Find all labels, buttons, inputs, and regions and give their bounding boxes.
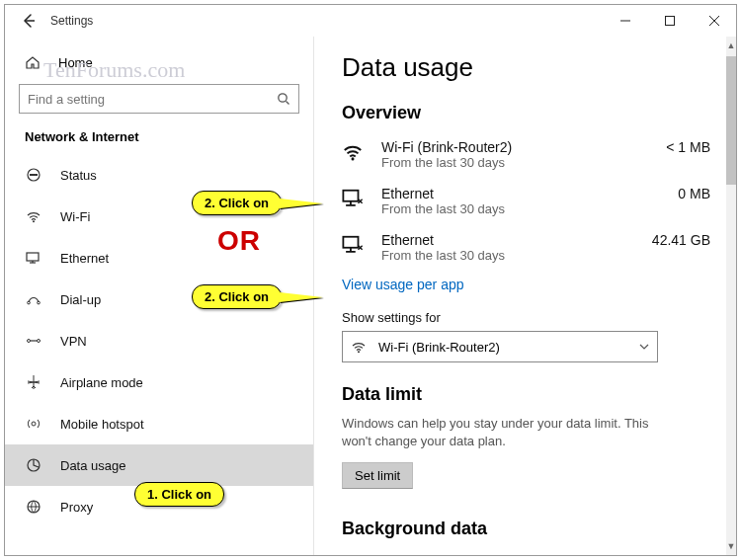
scroll-up-icon[interactable]: ▲ bbox=[726, 39, 736, 52]
overview-sub: From the last 30 days bbox=[381, 201, 678, 216]
annotation-tail-icon bbox=[280, 199, 323, 208]
ethernet-icon bbox=[342, 186, 371, 209]
status-icon bbox=[25, 167, 42, 183]
annotation-callout-2a: 2. Click on bbox=[192, 191, 323, 215]
annotation-tail-icon bbox=[280, 292, 323, 302]
overview-name: Ethernet bbox=[381, 186, 678, 201]
search-icon bbox=[277, 92, 290, 106]
annotation-bubble: 2. Click on bbox=[192, 191, 282, 215]
sidebar-item-ethernet[interactable]: Ethernet bbox=[5, 237, 313, 279]
proxy-icon bbox=[25, 499, 42, 515]
svg-point-8 bbox=[28, 340, 31, 343]
svg-rect-5 bbox=[27, 253, 39, 261]
airplane-icon bbox=[25, 374, 42, 390]
svg-point-1 bbox=[279, 94, 287, 102]
svg-point-10 bbox=[32, 422, 36, 426]
hotspot-icon bbox=[25, 416, 42, 432]
dialup-icon bbox=[25, 291, 42, 307]
back-arrow-icon bbox=[22, 14, 36, 28]
content-scrollbar[interactable]: ▲ ▼ bbox=[726, 37, 736, 555]
overview-value: 0 MB bbox=[678, 186, 710, 201]
overview-sub: From the last 30 days bbox=[381, 155, 666, 170]
show-settings-value: Wi-Fi (Brink-Router2) bbox=[378, 340, 639, 355]
annotation-callout-1: 1. Click on bbox=[134, 482, 224, 507]
window-controls bbox=[603, 7, 736, 35]
search-box[interactable] bbox=[19, 84, 299, 114]
sidebar-item-hotspot[interactable]: Mobile hotspot bbox=[5, 403, 313, 444]
annotation-bubble: 1. Click on bbox=[134, 482, 224, 507]
overview-name: Wi-Fi (Brink-Router2) bbox=[381, 139, 666, 155]
sidebar-item-label: Proxy bbox=[60, 500, 93, 515]
titlebar: Settings bbox=[5, 5, 736, 37]
svg-point-16 bbox=[358, 351, 360, 353]
window-body: Home Network & Internet Status Wi-Fi Et bbox=[5, 37, 736, 555]
overview-value: 42.41 GB bbox=[652, 232, 710, 248]
set-limit-button[interactable]: Set limit bbox=[342, 462, 413, 489]
scroll-thumb[interactable] bbox=[726, 56, 736, 185]
wifi-icon bbox=[351, 339, 370, 355]
datausage-icon bbox=[25, 457, 42, 473]
svg-rect-0 bbox=[665, 17, 674, 26]
home-icon bbox=[25, 54, 42, 70]
svg-point-7 bbox=[38, 301, 41, 304]
close-button[interactable] bbox=[692, 7, 736, 35]
sidebar-item-label: Dial-up bbox=[60, 292, 101, 307]
sidebar-item-label: Airplane mode bbox=[60, 375, 143, 390]
sidebar-item-datausage[interactable]: Data usage bbox=[5, 444, 313, 486]
annotation-bubble: 2. Click on bbox=[192, 284, 282, 309]
sidebar-item-vpn[interactable]: VPN bbox=[5, 320, 313, 361]
sidebar-item-status[interactable]: Status bbox=[5, 154, 313, 196]
back-button[interactable] bbox=[17, 9, 41, 33]
sidebar-item-label: Ethernet bbox=[60, 251, 109, 266]
sidebar-home-label: Home bbox=[58, 55, 93, 70]
svg-point-4 bbox=[33, 220, 35, 222]
ethernet-icon bbox=[342, 232, 371, 256]
vpn-icon bbox=[25, 333, 42, 349]
overview-value: < 1 MB bbox=[666, 139, 710, 155]
wifi-icon bbox=[342, 139, 371, 163]
settings-window: Settings Home Network & Internet bbox=[4, 4, 737, 556]
ethernet-icon bbox=[25, 250, 42, 266]
sidebar-item-label: Wi-Fi bbox=[60, 209, 90, 224]
annotation-or: OR bbox=[217, 225, 261, 257]
overview-name: Ethernet bbox=[381, 232, 652, 248]
search-input[interactable] bbox=[28, 92, 277, 107]
content-panel: Data usage Overview Wi-Fi (Brink-Router2… bbox=[313, 37, 736, 555]
svg-point-13 bbox=[351, 157, 354, 160]
svg-rect-15 bbox=[343, 237, 358, 248]
sidebar-item-label: Status bbox=[60, 168, 97, 183]
view-usage-link[interactable]: View usage per app bbox=[342, 277, 464, 292]
maximize-button[interactable] bbox=[647, 7, 692, 35]
svg-rect-3 bbox=[30, 174, 38, 176]
minimize-button[interactable] bbox=[603, 7, 647, 35]
scroll-down-icon[interactable]: ▼ bbox=[726, 539, 736, 553]
sidebar-item-label: Mobile hotspot bbox=[60, 417, 144, 432]
sidebar-item-label: Data usage bbox=[60, 458, 126, 473]
window-title: Settings bbox=[50, 14, 93, 28]
sidebar-section-label: Network & Internet bbox=[5, 123, 313, 154]
svg-rect-14 bbox=[343, 191, 358, 201]
annotation-callout-2b: 2. Click on bbox=[192, 284, 323, 309]
overview-header: Overview bbox=[342, 103, 710, 123]
chevron-down-icon bbox=[639, 342, 649, 352]
show-settings-select[interactable]: Wi-Fi (Brink-Router2) bbox=[342, 331, 658, 362]
page-title: Data usage bbox=[342, 52, 710, 83]
wifi-icon bbox=[25, 208, 42, 224]
show-settings-label: Show settings for bbox=[342, 310, 710, 325]
overview-row-ethernet-1[interactable]: Ethernet From the last 30 days 0 MB bbox=[342, 180, 710, 226]
data-limit-header: Data limit bbox=[342, 384, 710, 405]
overview-row-wifi[interactable]: Wi-Fi (Brink-Router2) From the last 30 d… bbox=[342, 133, 710, 180]
svg-point-6 bbox=[28, 301, 31, 304]
sidebar-item-airplane[interactable]: Airplane mode bbox=[5, 361, 313, 403]
svg-point-9 bbox=[38, 340, 41, 343]
sidebar-item-label: VPN bbox=[60, 334, 87, 349]
overview-sub: From the last 30 days bbox=[381, 248, 652, 263]
background-data-header: Background data bbox=[342, 519, 710, 539]
overview-row-ethernet-2[interactable]: Ethernet From the last 30 days 42.41 GB bbox=[342, 226, 710, 273]
data-limit-desc: Windows can help you stay under your dat… bbox=[342, 415, 678, 450]
sidebar-home[interactable]: Home bbox=[5, 44, 313, 80]
